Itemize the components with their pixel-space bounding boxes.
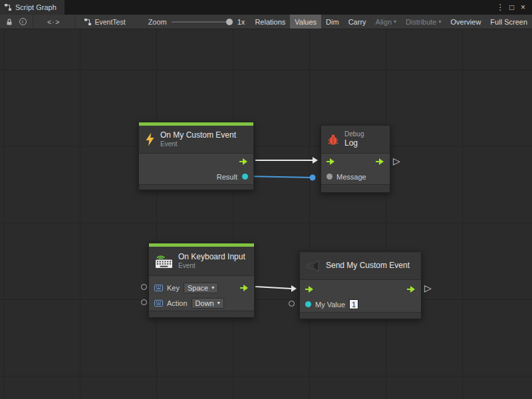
port-row	[321, 154, 390, 169]
my-value-unconnected-port[interactable]	[289, 301, 295, 307]
distribute-label: Distribute	[406, 18, 436, 26]
carry-label: Carry	[348, 18, 366, 26]
keyboard-input-icon	[155, 253, 173, 269]
value-connection-result-to-message[interactable]	[245, 176, 313, 178]
relations-button[interactable]: Relations	[250, 15, 290, 29]
node-header: Debug Log	[321, 126, 390, 154]
action-port-label: Action	[167, 299, 188, 307]
overview-button[interactable]: Overview	[446, 15, 486, 29]
node-title: On Keyboard Input	[178, 252, 245, 262]
flow-input-port[interactable]	[327, 158, 335, 165]
window-controls: ⋮ □ ×	[495, 0, 532, 15]
code-view-icon[interactable]: <·>	[47, 18, 61, 26]
flow-connection-keyboard-to-send[interactable]	[255, 287, 291, 289]
result-value-port[interactable]	[242, 174, 248, 180]
flow-arrowhead	[313, 157, 318, 164]
align-label: Align	[376, 18, 392, 26]
graph-canvas[interactable]: On My Custom Event Event Result	[0, 29, 532, 399]
titlebar: Script Graph ⋮ □ ×	[0, 0, 532, 15]
close-icon[interactable]: ×	[517, 3, 529, 12]
fullscreen-button[interactable]: Full Screen	[485, 15, 532, 29]
chevron-down-icon: ▾	[439, 19, 442, 25]
node-title: Send My Custom Event	[326, 261, 410, 271]
flow-output-port[interactable]	[239, 158, 248, 165]
values-button[interactable]: Values	[290, 15, 321, 29]
message-value-port[interactable]	[327, 174, 332, 180]
key-dropdown[interactable]: Space ▾	[184, 283, 218, 293]
port-row: Action Down ▾	[149, 295, 254, 311]
node-send-my-custom-event[interactable]: Send My Custom Event My Value 1	[299, 251, 422, 319]
window-menu-icon[interactable]: ⋮	[495, 3, 506, 12]
zoom-knob[interactable]	[226, 19, 233, 25]
toolbar-separator	[33, 15, 33, 29]
chevron-down-icon: ▾	[217, 301, 220, 306]
key-dropdown-value: Space	[188, 284, 208, 292]
my-value-input[interactable]: 1	[349, 299, 358, 309]
port-row: Key Space ▾	[149, 280, 254, 295]
port-row	[300, 281, 421, 297]
graph-name: EventTest	[95, 18, 126, 26]
zoom-track[interactable]	[172, 21, 233, 23]
node-category: Debug	[344, 130, 364, 138]
node-title: On My Custom Event	[160, 130, 236, 140]
padlock-glyph	[5, 18, 13, 26]
node-body: My Value 1	[300, 280, 421, 312]
dim-button[interactable]: Dim	[321, 15, 344, 29]
overview-label: Overview	[451, 18, 481, 26]
port-row: Result	[139, 169, 253, 184]
flow-output-port[interactable]	[240, 285, 249, 291]
node-header: On My Custom Event Event	[139, 126, 253, 154]
zoom-label: Zoom	[148, 18, 167, 26]
lock-icon[interactable]	[3, 18, 16, 26]
value-connection-endpoint	[310, 175, 316, 181]
fullscreen-label: Full Screen	[490, 18, 527, 26]
key-unconnected-port[interactable]	[141, 284, 147, 290]
tab-title: Script Graph	[15, 3, 57, 11]
toolbar-separator	[74, 15, 75, 29]
relation-triangle-icon: ▷	[393, 156, 400, 166]
info-icon[interactable]: i	[16, 18, 29, 25]
align-button[interactable]: Align ▾	[371, 15, 401, 29]
info-glyph: i	[19, 18, 27, 25]
connections-layer	[0, 29, 532, 399]
node-on-keyboard-input[interactable]: On Keyboard Input Event Key Space ▾	[148, 243, 255, 318]
node-on-my-custom-event[interactable]: On My Custom Event Event Result	[138, 122, 254, 190]
flow-output-port[interactable]	[376, 158, 384, 165]
values-label: Values	[295, 18, 317, 26]
node-body: Key Space ▾ Action Down ▾	[149, 276, 254, 311]
maximize-icon[interactable]: □	[506, 3, 517, 12]
node-subtitle: Event	[178, 262, 245, 270]
tab-script-graph[interactable]: Script Graph	[0, 0, 65, 15]
zoom-value: 1x	[237, 18, 245, 26]
flow-input-port[interactable]	[305, 286, 314, 293]
flow-output-port[interactable]	[407, 286, 416, 293]
node-footer	[321, 184, 390, 192]
relations-label: Relations	[255, 18, 285, 26]
port-row	[139, 154, 253, 169]
node-title: Log	[344, 138, 364, 148]
chevron-down-icon: ▾	[211, 285, 214, 291]
dim-label: Dim	[326, 18, 339, 26]
flow-arrowhead	[291, 285, 297, 292]
lightning-icon	[145, 133, 155, 146]
port-row: My Value 1	[300, 297, 421, 312]
action-unconnected-port[interactable]	[141, 299, 147, 305]
my-value-port[interactable]	[305, 301, 311, 307]
port-row: Message	[321, 169, 390, 184]
graph-asset-icon	[84, 18, 92, 26]
bug-icon	[327, 134, 339, 146]
carry-button[interactable]: Carry	[344, 15, 371, 29]
node-header: Send My Custom Event	[300, 252, 421, 280]
action-dropdown-value: Down	[196, 299, 214, 307]
chevron-down-icon: ▾	[394, 19, 396, 25]
node-footer	[300, 312, 421, 319]
zoom-slider[interactable]	[172, 18, 233, 26]
graph-breadcrumb[interactable]: EventTest	[84, 18, 126, 26]
distribute-button[interactable]: Distribute ▾	[401, 15, 446, 29]
keycode-icon	[154, 285, 163, 291]
action-dropdown[interactable]: Down ▾	[192, 298, 224, 309]
node-header: On Keyboard Input Event	[149, 247, 254, 276]
action-icon	[154, 300, 163, 307]
node-debug-log[interactable]: Debug Log Message	[321, 125, 390, 193]
node-body: Result	[139, 154, 253, 184]
